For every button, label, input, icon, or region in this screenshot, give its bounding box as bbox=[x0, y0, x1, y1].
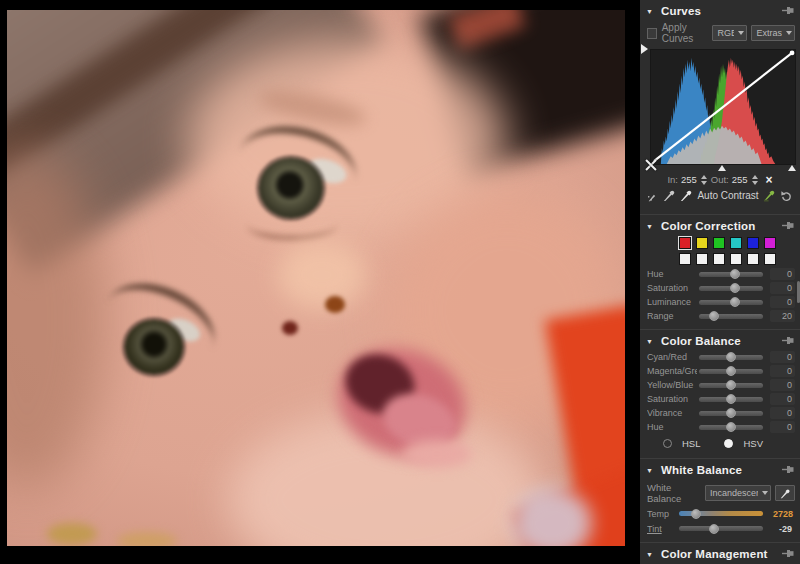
slider-value[interactable]: 0 bbox=[770, 421, 795, 433]
slider-thumb[interactable] bbox=[691, 509, 701, 519]
slider-thumb[interactable] bbox=[709, 311, 719, 321]
hsv-radio[interactable] bbox=[724, 439, 733, 448]
pin-icon[interactable] bbox=[782, 336, 794, 347]
slider-row-luminance: Luminance 0 bbox=[640, 295, 800, 309]
color-balance-header[interactable]: ▼ Color Balance bbox=[640, 330, 800, 350]
panel-title: White Balance bbox=[661, 464, 742, 476]
wb-preset-select[interactable]: Incandescent bbox=[705, 485, 771, 501]
pin-icon[interactable] bbox=[782, 221, 794, 232]
tint-slider[interactable] bbox=[679, 526, 763, 531]
collapse-arrow-icon[interactable]: ▼ bbox=[646, 551, 653, 558]
extras-select[interactable]: Extras bbox=[751, 25, 795, 41]
color-correction-header[interactable]: ▼ Color Correction bbox=[640, 215, 800, 235]
color-management-header[interactable]: ▼ Color Management bbox=[640, 543, 800, 563]
wb-dropper-button[interactable] bbox=[775, 485, 795, 501]
wb-preset-label: White Balance bbox=[647, 482, 701, 504]
in-value[interactable]: 255 bbox=[681, 174, 697, 185]
hue-slider[interactable] bbox=[699, 272, 763, 277]
curve-marker-icon[interactable] bbox=[641, 44, 648, 54]
white-swatch[interactable] bbox=[696, 253, 708, 265]
slider-thumb[interactable] bbox=[730, 283, 740, 293]
collapse-arrow-icon[interactable]: ▼ bbox=[646, 8, 653, 15]
color-swatch[interactable] bbox=[679, 237, 691, 249]
color-swatch[interactable] bbox=[730, 237, 742, 249]
slider-value[interactable]: 0 bbox=[770, 351, 795, 363]
color-swatch[interactable] bbox=[713, 237, 725, 249]
luminance-slider[interactable] bbox=[699, 300, 763, 305]
temp-slider[interactable] bbox=[679, 511, 763, 516]
slider-value[interactable]: 20 bbox=[770, 310, 795, 322]
slider-thumb[interactable] bbox=[730, 297, 740, 307]
gray-point-dropper-icon[interactable] bbox=[663, 189, 676, 202]
slider-thumb[interactable] bbox=[726, 352, 736, 362]
pin-icon[interactable] bbox=[782, 549, 794, 560]
photo-blob bbox=[259, 158, 323, 218]
collapse-arrow-icon[interactable]: ▼ bbox=[646, 223, 653, 230]
temp-value[interactable]: 2728 bbox=[770, 508, 795, 520]
saturation-slider[interactable] bbox=[699, 286, 763, 291]
white-swatch[interactable] bbox=[730, 253, 742, 265]
delete-point-icon[interactable]: × bbox=[766, 175, 773, 185]
slider-value[interactable]: 0 bbox=[770, 393, 795, 405]
vibrance-slider[interactable] bbox=[699, 411, 763, 416]
slider-value[interactable]: 0 bbox=[770, 268, 795, 280]
curves-tools-row: Auto Contrast bbox=[640, 187, 800, 208]
cb-hue-slider[interactable] bbox=[699, 425, 763, 430]
channel-select[interactable]: RGB bbox=[712, 25, 747, 41]
yellow-blue-slider[interactable] bbox=[699, 383, 763, 388]
pin-icon[interactable] bbox=[782, 465, 794, 476]
color-balance-panel: ▼ Color Balance Cyan/Red 0 Magenta/Green… bbox=[640, 330, 800, 452]
pin-icon[interactable] bbox=[782, 6, 794, 17]
slider-thumb[interactable] bbox=[709, 524, 719, 534]
image-viewer[interactable] bbox=[0, 0, 640, 564]
auto-contrast-button[interactable]: Auto Contrast bbox=[697, 190, 758, 201]
collapse-arrow-icon[interactable]: ▼ bbox=[646, 467, 653, 474]
cyan-red-slider[interactable] bbox=[699, 355, 763, 360]
slider-thumb[interactable] bbox=[726, 408, 736, 418]
out-value[interactable]: 255 bbox=[732, 174, 748, 185]
apply-curves-row: Apply Curves RGB Extras bbox=[640, 20, 800, 44]
white-swatch[interactable] bbox=[679, 253, 691, 265]
apply-curves-checkbox[interactable] bbox=[647, 28, 657, 39]
out-stepper[interactable] bbox=[751, 175, 759, 185]
slider-thumb[interactable] bbox=[726, 380, 736, 390]
panel-scrollbar[interactable] bbox=[796, 0, 800, 564]
collapse-arrow-icon[interactable]: ▼ bbox=[646, 338, 653, 345]
slider-thumb[interactable] bbox=[726, 366, 736, 376]
slider-thumb[interactable] bbox=[726, 422, 736, 432]
white-swatch[interactable] bbox=[747, 253, 759, 265]
white-swatch[interactable] bbox=[713, 253, 725, 265]
slider-value[interactable]: 0 bbox=[770, 379, 795, 391]
photo-blob bbox=[325, 296, 345, 313]
tint-value[interactable]: -29 bbox=[770, 523, 795, 535]
in-stepper[interactable] bbox=[700, 175, 708, 185]
magenta-green-slider[interactable] bbox=[699, 369, 763, 374]
histogram-chart[interactable] bbox=[650, 49, 796, 165]
slider-row-cyan-red: Cyan/Red 0 bbox=[640, 350, 800, 364]
range-slider[interactable] bbox=[699, 314, 763, 319]
curves-histogram[interactable] bbox=[650, 49, 796, 165]
slider-thumb[interactable] bbox=[730, 269, 740, 279]
hsl-radio[interactable] bbox=[663, 439, 672, 448]
midpoint-marker[interactable] bbox=[718, 165, 726, 171]
slider-value[interactable]: 0 bbox=[770, 296, 795, 308]
color-swatch[interactable] bbox=[696, 237, 708, 249]
apply-dropper-icon[interactable] bbox=[763, 189, 776, 202]
photo-blob bbox=[277, 240, 367, 310]
white-balance-header[interactable]: ▼ White Balance bbox=[640, 459, 800, 479]
white-point-dropper-icon[interactable] bbox=[680, 189, 693, 202]
slider-thumb[interactable] bbox=[726, 394, 736, 404]
white-swatch[interactable] bbox=[764, 253, 776, 265]
color-swatch[interactable] bbox=[764, 237, 776, 249]
photo-blob bbox=[282, 321, 298, 335]
slider-value[interactable]: 0 bbox=[770, 407, 795, 419]
slider-value[interactable]: 0 bbox=[770, 365, 795, 377]
curves-header[interactable]: ▼ Curves bbox=[640, 0, 800, 20]
slider-value[interactable]: 0 bbox=[770, 282, 795, 294]
white-point-marker[interactable] bbox=[788, 165, 796, 171]
photo-editor-window: ▼ Curves Apply Curves RGB Extras bbox=[0, 0, 800, 564]
reset-icon[interactable] bbox=[780, 190, 793, 202]
sample-dropper-icon[interactable] bbox=[647, 190, 659, 202]
cb-saturation-slider[interactable] bbox=[699, 397, 763, 402]
color-swatch[interactable] bbox=[747, 237, 759, 249]
